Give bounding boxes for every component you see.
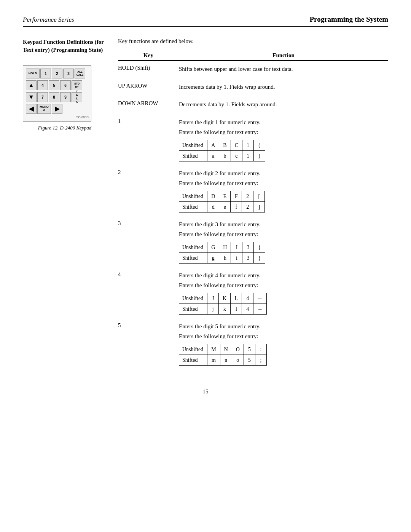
func-key-6: 4 [118, 271, 179, 278]
func-desc-2: Decrements data by 1. Fields wrap around… [179, 100, 388, 110]
section-title: Keypad Function Definitions (for Text en… [23, 38, 107, 54]
key-talk: TALK [72, 92, 82, 102]
table-row: Shifteddef2] [179, 201, 265, 212]
right-column: Key functions are defined below. Key Fun… [118, 38, 388, 373]
func-desc-5: Enters the digit 3 for numeric entry.Ent… [179, 220, 388, 264]
col-key: Key [118, 52, 179, 59]
table-row: Shiftedghi3} [179, 252, 265, 263]
key-6: 6 [60, 80, 71, 90]
page-number: 15 [203, 388, 209, 395]
page-footer: 15 [23, 388, 388, 395]
func-key-5: 3 [118, 220, 179, 227]
func-desc-7: Enters the digit 5 for numeric entry.Ent… [179, 322, 388, 366]
func-desc-3: Enters the digit 1 for numeric entry.Ent… [179, 118, 388, 161]
func-entry-4: 2Enters the digit 2 for numeric entry.En… [118, 169, 388, 212]
entries-container: HOLD (Shift)Shifts between upper and low… [118, 65, 388, 366]
key-8: 8 [49, 92, 59, 102]
key-5: 5 [49, 80, 59, 90]
table-header: Key Function [118, 52, 388, 61]
keypad-row-1: HOLD 1 2 3 ALLCALL [25, 68, 89, 79]
key-up-arrow: ▲ [26, 80, 37, 90]
key-menu-0: MENU0 [37, 104, 51, 114]
key-3: 3 [63, 69, 74, 78]
func-key-1: UP ARROW [118, 83, 179, 89]
table-row: Shiftedabc1) [179, 150, 265, 161]
func-key-7: 5 [118, 322, 179, 329]
func-entry-2: DOWN ARROWDecrements data by 1. Fields w… [118, 100, 388, 110]
func-entry-5: 3Enters the digit 3 for numeric entry.En… [118, 220, 388, 264]
func-entry-7: 5Enters the digit 5 for numeric entry.En… [118, 322, 388, 366]
table-row: UnshiftedJKL4← [179, 293, 267, 304]
func-desc-4: Enters the digit 2 for numeric entry.Ent… [179, 169, 388, 212]
left-column: Keypad Function Definitions (for Text en… [23, 38, 107, 373]
header-title: Programming the System [309, 15, 388, 24]
key-std-by: STDBY [72, 80, 82, 90]
figure-caption: Figure 12. D-2400 Keypad [23, 125, 107, 131]
keypad-model: SP-389C [25, 115, 89, 119]
table-row: Shiftedmno5; [179, 355, 267, 365]
func-key-4: 2 [118, 169, 179, 176]
char-table-4: UnshiftedDEF2[Shifteddef2] [179, 191, 265, 212]
key-4: 4 [37, 80, 48, 90]
func-entry-1: UP ARROWIncrements data by 1. Fields wra… [118, 83, 388, 93]
key-9: 9 [60, 92, 71, 102]
char-table-3: UnshiftedABC1(Shiftedabc1) [179, 140, 265, 161]
keypad-row-2: ▲ 4 5 6 STDBY [25, 80, 89, 91]
table-row: Shiftedjkl4→ [179, 304, 267, 314]
func-key-0: HOLD (Shift) [118, 65, 179, 71]
keypad-diagram: HOLD 1 2 3 ALLCALL ▲ 4 5 6 STDBY ▼ 7 8 9… [23, 66, 91, 121]
key-left-arrow: ◀ [26, 104, 37, 114]
key-7: 7 [37, 92, 48, 102]
key-down-arrow: ▼ [26, 92, 37, 102]
keypad-row-3: ▼ 7 8 9 TALK [25, 92, 89, 102]
table-row: UnshiftedDEF2[ [179, 191, 265, 201]
key-1: 1 [40, 69, 51, 78]
key-hold: HOLD [26, 69, 40, 78]
char-table-6: UnshiftedJKL4←Shiftedjkl4→ [179, 293, 267, 315]
key-all-call: ALLCALL [75, 69, 85, 78]
func-desc-0: Shifts between upper and lower case for … [179, 65, 388, 75]
char-table-7: UnshiftedMNO5:Shiftedmno5; [179, 344, 267, 366]
func-desc-6: Enters the digit 4 for numeric entry.Ent… [179, 271, 388, 315]
col-function: Function [179, 52, 388, 59]
func-entry-3: 1Enters the digit 1 for numeric entry.En… [118, 118, 388, 161]
table-row: UnshiftedGHI3{ [179, 242, 265, 252]
func-entry-6: 4Enters the digit 4 for numeric entry.En… [118, 271, 388, 315]
main-content: Keypad Function Definitions (for Text en… [23, 38, 388, 373]
header-series: Performance Series [23, 16, 74, 24]
intro-text: Key functions are defined below. [118, 38, 388, 45]
func-key-2: DOWN ARROW [118, 100, 179, 107]
func-desc-1: Increments data by 1. Fields wrap around… [179, 83, 388, 93]
func-key-3: 1 [118, 118, 179, 125]
char-table-5: UnshiftedGHI3{Shiftedghi3} [179, 242, 265, 264]
table-row: UnshiftedMNO5: [179, 344, 267, 355]
page-header: Performance Series Programming the Syste… [23, 15, 388, 27]
keypad-row-4: ◀ MENU0 ▶ [25, 104, 89, 114]
key-2: 2 [52, 69, 62, 78]
table-row: UnshiftedABC1( [179, 140, 265, 150]
func-entry-0: HOLD (Shift)Shifts between upper and low… [118, 65, 388, 75]
key-right-arrow: ▶ [52, 104, 62, 114]
